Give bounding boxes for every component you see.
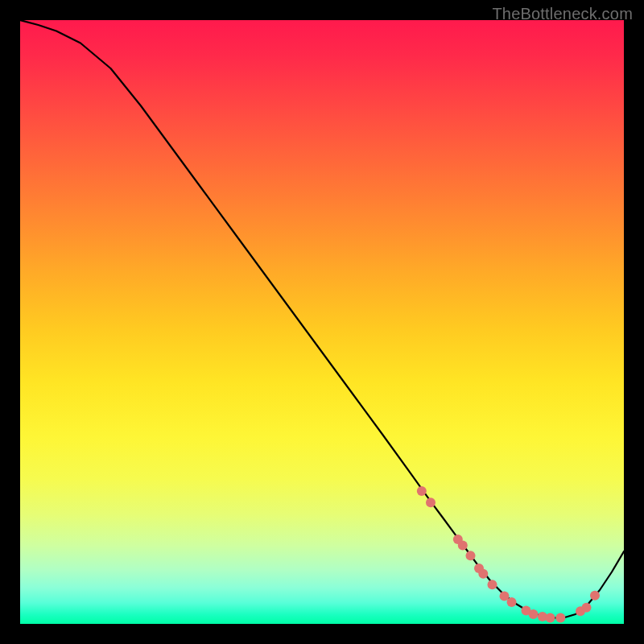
marker-dot [555, 613, 565, 623]
watermark-text: TheBottleneck.com [492, 5, 633, 23]
curve-svg [20, 20, 624, 624]
marker-dot [529, 609, 539, 619]
chart-stage: TheBottleneck.com [0, 0, 644, 644]
marker-dot [458, 541, 468, 551]
bottleneck-curve [20, 20, 624, 618]
marker-dot [417, 486, 427, 496]
marker-dot [426, 497, 436, 507]
marker-dot [507, 597, 517, 607]
marker-dot [582, 603, 592, 613]
marker-dot [466, 551, 476, 560]
marker-dot [488, 580, 497, 589]
marker-dots [417, 486, 600, 623]
marker-dot [478, 569, 488, 579]
marker-dot [546, 613, 555, 623]
marker-dot [590, 591, 600, 601]
plot-area [20, 20, 624, 624]
